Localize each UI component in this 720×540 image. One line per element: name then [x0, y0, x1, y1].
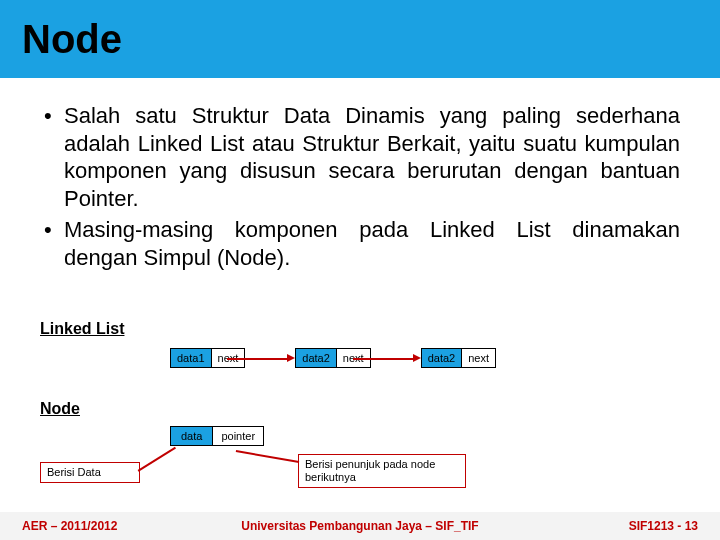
callout-data: Berisi Data	[40, 462, 140, 483]
footer-bar: AER – 2011/2012 Universitas Pembangunan …	[0, 512, 720, 540]
callout-connector	[236, 450, 299, 463]
bullet-list: Salah satu Struktur Data Dinamis yang pa…	[40, 102, 680, 271]
bullet-item: Salah satu Struktur Data Dinamis yang pa…	[40, 102, 680, 212]
content-area: Salah satu Struktur Data Dinamis yang pa…	[0, 78, 720, 271]
linked-list-label: Linked List	[40, 320, 680, 338]
diagram-area: Linked List data1 next data2 next data2 …	[40, 320, 680, 446]
node-data-cell: data2	[421, 348, 462, 368]
node-next-cell: next	[461, 348, 496, 368]
bullet-item: Masing-masing komponen pada Linked List …	[40, 216, 680, 271]
title-bar: Node	[0, 0, 720, 78]
callout-pointer: Berisi penunjuk pada node berikutnya	[298, 454, 466, 488]
node-section-label: Node	[40, 400, 680, 418]
node-data-cell: data1	[170, 348, 211, 368]
node-data-cell: data2	[295, 348, 336, 368]
page-title: Node	[22, 17, 122, 62]
footer-right: SIF1213 - 13	[629, 519, 698, 533]
node-data-field: data	[170, 426, 212, 446]
node-pointer-field: pointer	[212, 426, 264, 446]
arrow-connector	[371, 358, 421, 359]
linked-list-row: data1 next data2 next data2 next	[170, 348, 680, 368]
callout-connector	[138, 447, 176, 472]
footer-center: Universitas Pembangunan Jaya – SIF_TIF	[0, 519, 720, 533]
node-row: data pointer	[170, 426, 680, 446]
arrow-connector	[245, 358, 295, 359]
